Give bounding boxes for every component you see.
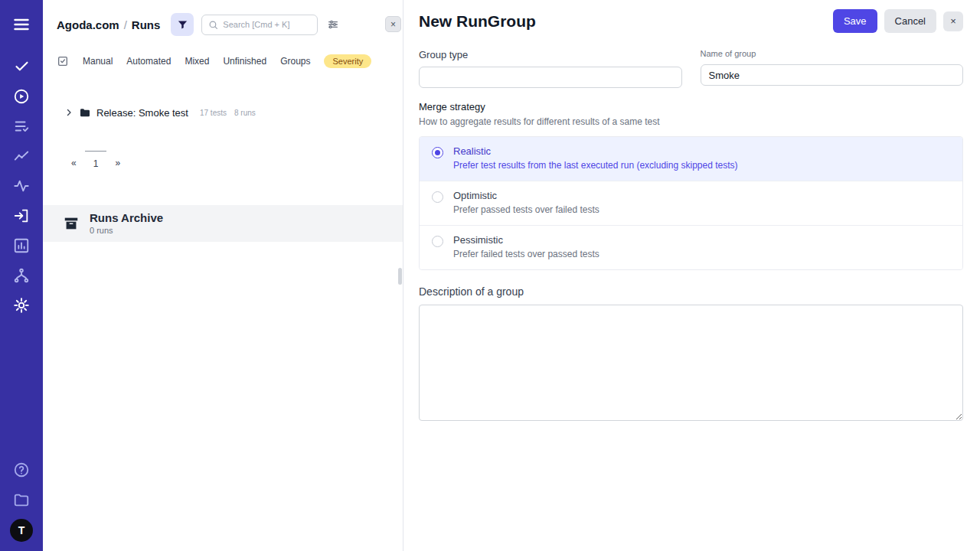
group-type-input[interactable] <box>419 67 682 88</box>
breadcrumb-project[interactable]: Agoda.com <box>57 18 119 31</box>
form-header: New RunGroup Save Cancel × <box>419 9 963 33</box>
help-button[interactable] <box>6 455 37 484</box>
pagination-prev-button[interactable]: « <box>63 151 85 175</box>
runs-count: 8 runs <box>234 109 256 117</box>
archive-title: Runs Archive <box>90 211 163 224</box>
breadcrumb: Agoda.com / Runs <box>57 18 160 31</box>
hamburger-icon <box>12 15 31 34</box>
option-text: Pessimistic Prefer failed tests over pas… <box>453 234 599 259</box>
pulse-icon <box>13 178 30 194</box>
bar-chart-icon <box>13 237 30 254</box>
sliders-icon <box>327 18 339 31</box>
option-title: Optimistic <box>453 190 599 201</box>
group-type-label: Group type <box>419 49 682 60</box>
filter-button[interactable] <box>171 13 194 36</box>
scrollbar-thumb[interactable] <box>398 268 402 285</box>
option-description: Prefer failed tests over passed tests <box>453 249 599 259</box>
nav-tests-button[interactable] <box>6 51 37 81</box>
app-sidebar: T <box>0 0 43 551</box>
chart-line-icon <box>13 148 30 165</box>
option-description: Prefer test results from the last execut… <box>453 160 738 171</box>
option-realistic[interactable]: Realistic Prefer test results from the l… <box>420 137 962 181</box>
folder-icon <box>79 106 91 119</box>
chevron-right-icon[interactable] <box>64 108 74 117</box>
runs-panel-close-button[interactable]: × <box>385 16 401 32</box>
help-icon <box>13 461 30 478</box>
menu-button[interactable] <box>6 9 37 39</box>
nav-runs-button[interactable] <box>6 81 37 111</box>
merge-options-list: Realistic Prefer test results from the l… <box>419 136 963 270</box>
runs-panel-header: Agoda.com / Runs <box>43 0 403 42</box>
runs-list-icon <box>13 118 30 135</box>
runs-archive-row[interactable]: Runs Archive 0 runs <box>43 205 403 242</box>
nav-reports-button[interactable] <box>6 230 37 260</box>
description-textarea[interactable] <box>419 305 963 421</box>
import-icon <box>13 207 30 224</box>
projects-button[interactable] <box>6 484 37 514</box>
description-section: Description of a group <box>419 285 963 424</box>
filter-settings-button[interactable] <box>327 18 339 31</box>
new-rungroup-panel: New RunGroup Save Cancel × Group type Na… <box>403 0 980 551</box>
option-text: Optimistic Prefer passed tests over fail… <box>453 190 599 215</box>
close-form-button[interactable]: × <box>943 11 963 31</box>
option-pessimistic[interactable]: Pessimistic Prefer failed tests over pas… <box>420 226 962 269</box>
top-fields-row: Group type Name of group <box>419 49 963 88</box>
save-button[interactable]: Save <box>833 9 877 33</box>
check-icon <box>14 58 30 74</box>
branch-icon <box>13 267 30 284</box>
radio-icon[interactable] <box>432 191 443 203</box>
description-label: Description of a group <box>419 285 963 298</box>
funnel-icon <box>177 19 188 31</box>
merge-strategy-hint: How to aggregate results for different r… <box>419 116 963 127</box>
archive-text: Runs Archive 0 runs <box>90 211 163 235</box>
nav-branches-button[interactable] <box>6 260 37 290</box>
tab-automated[interactable]: Automated <box>126 56 171 67</box>
batch-select-icon <box>57 55 69 67</box>
play-circle-icon <box>13 88 30 105</box>
user-avatar[interactable]: T <box>10 519 33 542</box>
tab-mixed[interactable]: Mixed <box>185 56 209 67</box>
tests-count: 17 tests <box>200 109 227 117</box>
nav-settings-button[interactable] <box>6 290 37 320</box>
group-name-field: Name of group <box>701 49 964 88</box>
option-title: Pessimistic <box>453 234 599 246</box>
nav-import-button[interactable] <box>6 201 37 230</box>
group-name-input[interactable] <box>701 64 964 86</box>
pagination: « 1 » <box>63 151 403 176</box>
breadcrumb-separator: / <box>124 18 127 31</box>
option-description: Prefer passed tests over failed tests <box>453 204 599 215</box>
nav-plans-button[interactable] <box>6 111 37 141</box>
cancel-button[interactable]: Cancel <box>884 9 936 33</box>
batch-select-button[interactable] <box>57 55 69 67</box>
group-type-field: Group type <box>419 49 682 88</box>
tab-unfinished[interactable]: Unfinished <box>223 56 266 67</box>
search-icon <box>208 20 218 30</box>
breadcrumb-current: Runs <box>132 18 161 31</box>
search-input[interactable] <box>223 20 310 29</box>
option-optimistic[interactable]: Optimistic Prefer passed tests over fail… <box>420 181 962 226</box>
pagination-page-1[interactable]: 1 <box>85 151 107 176</box>
pagination-next-button[interactable]: » <box>106 151 129 175</box>
search-box <box>201 15 318 35</box>
radio-selected-icon[interactable] <box>432 147 443 158</box>
nav-activity-button[interactable] <box>6 171 37 201</box>
tab-groups[interactable]: Groups <box>280 56 310 67</box>
tab-severity[interactable]: Severity <box>324 54 371 68</box>
folder-icon <box>13 491 30 508</box>
group-name-label: Name of group <box>701 49 964 58</box>
run-group-title[interactable]: Release: Smoke test <box>96 107 188 119</box>
merge-strategy-label: Merge strategy <box>419 101 963 112</box>
gear-icon <box>13 297 30 314</box>
archive-icon <box>63 215 80 232</box>
run-group-row[interactable]: Release: Smoke test 17 tests 8 runs <box>64 106 389 119</box>
option-text: Realistic Prefer test results from the l… <box>453 145 738 171</box>
runs-panel: Agoda.com / Runs × Manual A <box>43 0 403 551</box>
run-group-counts: 17 tests 8 runs <box>200 109 256 117</box>
radio-icon[interactable] <box>432 236 443 247</box>
tab-manual[interactable]: Manual <box>83 56 113 67</box>
runs-filter-tabs: Manual Automated Mixed Unfinished Groups… <box>43 42 403 77</box>
merge-strategy-section: Merge strategy How to aggregate results … <box>419 101 963 270</box>
option-title: Realistic <box>453 145 738 157</box>
archive-count: 0 runs <box>90 226 163 235</box>
nav-analytics-button[interactable] <box>6 141 37 171</box>
